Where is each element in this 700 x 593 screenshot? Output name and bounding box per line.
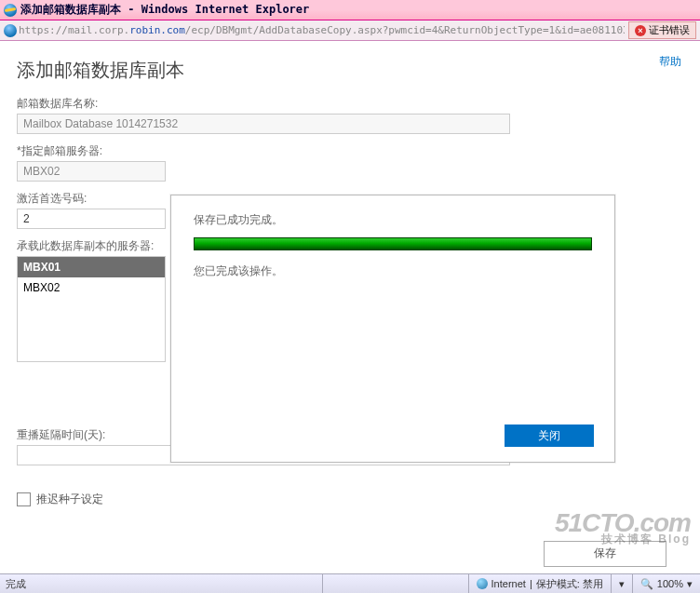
cert-error-text: 证书错误: [649, 23, 690, 37]
db-name-input: Mailbox Database 1014271532: [17, 114, 510, 134]
url-host: robin.com: [129, 24, 185, 36]
server-label: *指定邮箱服务器:: [17, 143, 683, 159]
url-display[interactable]: https://mail.corp.robin.com/ecp/DBMgmt/A…: [19, 24, 625, 36]
page-content: 帮助 添加邮箱数据库副本 邮箱数据库名称: Mailbox Database 1…: [0, 41, 700, 574]
protect-mode-text: 保护模式: 禁用: [536, 577, 603, 591]
watermark-main: 51CTO.com: [555, 508, 691, 537]
db-name-label: 邮箱数据库名称:: [17, 96, 683, 112]
zone-sep: |: [530, 578, 532, 589]
window-titlebar: 添加邮箱数据库副本 - Windows Internet Explorer: [0, 0, 700, 20]
progress-bar: [194, 237, 592, 250]
magnifier-icon: 🔍: [640, 578, 653, 590]
close-button[interactable]: 关闭: [505, 425, 594, 447]
cert-error-badge[interactable]: × 证书错误: [628, 21, 696, 39]
zoom-control[interactable]: 🔍 100% ▾: [632, 574, 700, 593]
watermark: 51CTO.com 技术博客 Blog: [555, 511, 691, 545]
server-list[interactable]: MBX01 MBX02: [17, 256, 166, 362]
url-path: /ecp/DBMgmt/AddDatabaseCopy.aspx?pwmcid=…: [185, 24, 625, 36]
defer-seed-row[interactable]: 推迟种子设定: [17, 492, 683, 507]
ie-icon: [4, 4, 17, 17]
server-input[interactable]: MBX02: [17, 161, 166, 182]
defer-seed-label: 推迟种子设定: [36, 492, 103, 507]
page-title: 添加邮箱数据库副本: [17, 58, 700, 83]
checkbox-icon[interactable]: [17, 492, 31, 506]
status-zone[interactable]: Internet | 保护模式: 禁用: [468, 574, 611, 593]
dialog-message: 保存已成功完成。: [194, 212, 592, 228]
status-extra[interactable]: ▾: [611, 574, 632, 593]
page-icon: [4, 24, 17, 37]
help-link[interactable]: 帮助: [659, 54, 681, 70]
status-bar: 完成 Internet | 保护模式: 禁用 ▾ 🔍 100% ▾: [0, 573, 700, 593]
status-text: 完成: [0, 577, 322, 591]
globe-icon: [477, 578, 488, 589]
save-button[interactable]: 保存: [544, 541, 666, 567]
status-caret: ▾: [619, 578, 625, 590]
list-empty-space: [18, 298, 165, 361]
zoom-text: 100%: [657, 578, 683, 589]
status-seg-empty: [322, 574, 468, 593]
zoom-caret: ▾: [687, 578, 693, 590]
list-item[interactable]: MBX01: [18, 257, 165, 277]
dialog-subtext: 您已完成该操作。: [194, 263, 592, 279]
address-bar: https://mail.corp.robin.com/ecp/DBMgmt/A…: [0, 20, 700, 41]
url-prefix: https://mail.corp.: [19, 24, 129, 36]
activation-input[interactable]: 2: [17, 209, 166, 229]
list-item[interactable]: MBX02: [18, 277, 165, 298]
result-dialog: 保存已成功完成。 您已完成该操作。 关闭: [170, 195, 615, 463]
zone-text: Internet: [491, 578, 526, 589]
error-icon: ×: [635, 25, 646, 36]
window-title: 添加邮箱数据库副本 - Windows Internet Explorer: [20, 2, 309, 18]
